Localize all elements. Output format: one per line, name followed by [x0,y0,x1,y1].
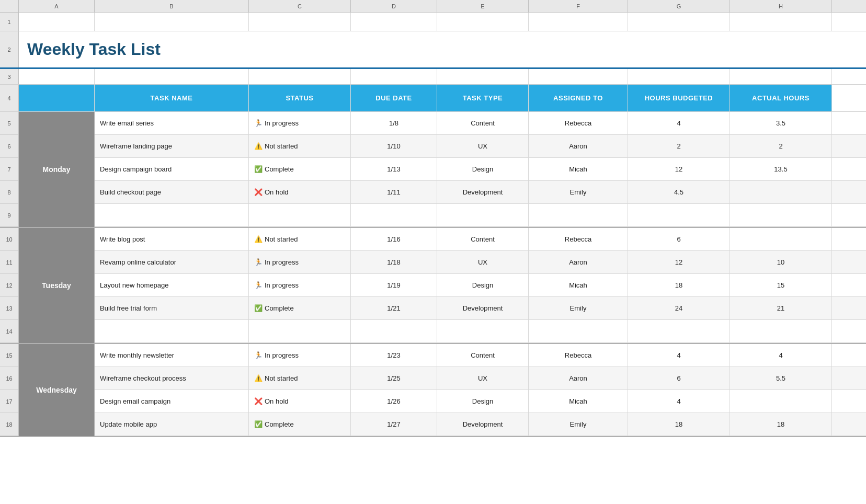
task-name-cell[interactable]: Write monthly newsletter [95,344,249,366]
due-date-cell[interactable]: 1/11 [351,181,437,203]
status-cell[interactable]: ⚠️Not started [249,228,351,250]
col-header-g[interactable]: G [628,0,730,12]
task-name-cell[interactable]: Update mobile app [95,413,249,436]
status-cell[interactable]: ❌On hold [249,181,351,203]
assigned-to-cell[interactable]: Micah [529,158,628,180]
cell-3c[interactable] [249,69,351,84]
hours-budgeted-cell[interactable]: 12 [628,158,730,180]
col-header-b[interactable]: B [95,0,249,12]
status-cell[interactable] [249,320,351,342]
task-type-cell[interactable]: Content [437,112,529,134]
actual-hours-cell[interactable]: 21 [730,297,832,319]
cell-1f[interactable] [529,13,628,31]
cell-3b[interactable] [95,69,249,84]
task-type-cell[interactable]: Design [437,158,529,180]
status-cell[interactable]: 🏃In progress [249,274,351,296]
assigned-to-cell[interactable]: Rebecca [529,344,628,366]
assigned-to-cell[interactable] [529,320,628,342]
status-cell[interactable]: 🏃In progress [249,251,351,273]
cell-3d[interactable] [351,69,437,84]
due-date-cell[interactable] [351,204,437,226]
task-name-cell[interactable] [95,320,249,342]
task-type-cell[interactable]: Content [437,344,529,366]
actual-hours-cell[interactable]: 5.5 [730,367,832,390]
actual-hours-cell[interactable]: 2 [730,135,832,157]
col-header-c[interactable]: C [249,0,351,12]
assigned-to-cell[interactable]: Emily [529,181,628,203]
task-type-cell[interactable]: Development [437,413,529,436]
actual-hours-cell[interactable]: 18 [730,413,832,436]
due-date-cell[interactable]: 1/18 [351,251,437,273]
due-date-cell[interactable]: 1/19 [351,274,437,296]
assigned-to-cell[interactable]: Micah [529,274,628,296]
actual-hours-cell[interactable] [730,228,832,250]
status-cell[interactable]: ✅Complete [249,297,351,319]
actual-hours-cell[interactable] [730,390,832,413]
actual-hours-cell[interactable]: 10 [730,251,832,273]
task-type-cell[interactable]: Content [437,228,529,250]
task-type-cell[interactable]: UX [437,251,529,273]
due-date-cell[interactable]: 1/26 [351,390,437,413]
col-header-e[interactable]: E [437,0,529,12]
col-header-a[interactable]: A [19,0,95,12]
task-type-cell[interactable] [437,320,529,342]
due-date-cell[interactable]: 1/27 [351,413,437,436]
actual-hours-cell[interactable] [730,320,832,342]
hours-budgeted-cell[interactable]: 4 [628,112,730,134]
task-name-cell[interactable]: Build checkout page [95,181,249,203]
hours-budgeted-cell[interactable]: 6 [628,367,730,390]
task-name-cell[interactable]: Wireframe landing page [95,135,249,157]
hours-budgeted-cell[interactable]: 18 [628,274,730,296]
actual-hours-cell[interactable]: 3.5 [730,112,832,134]
cell-3g[interactable] [628,69,730,84]
cell-1h[interactable] [730,13,832,31]
assigned-to-cell[interactable]: Emily [529,413,628,436]
col-header-f[interactable]: F [529,0,628,12]
due-date-cell[interactable]: 1/10 [351,135,437,157]
actual-hours-cell[interactable]: 4 [730,344,832,366]
cell-3a[interactable] [19,69,95,84]
status-cell[interactable]: ⚠️Not started [249,367,351,390]
assigned-to-cell[interactable]: Rebecca [529,112,628,134]
due-date-cell[interactable]: 1/21 [351,297,437,319]
due-date-cell[interactable]: 1/25 [351,367,437,390]
col-header-h[interactable]: H [730,0,832,12]
task-type-cell[interactable]: Development [437,181,529,203]
cell-1c[interactable] [249,13,351,31]
hours-budgeted-cell[interactable]: 18 [628,413,730,436]
assigned-to-cell[interactable]: Micah [529,390,628,413]
task-type-cell[interactable]: Design [437,390,529,413]
task-type-cell[interactable]: UX [437,135,529,157]
task-name-cell[interactable]: Revamp online calculator [95,251,249,273]
hours-budgeted-cell[interactable] [628,204,730,226]
task-name-cell[interactable]: Build free trial form [95,297,249,319]
task-type-cell[interactable]: UX [437,367,529,390]
assigned-to-cell[interactable] [529,204,628,226]
assigned-to-cell[interactable]: Rebecca [529,228,628,250]
status-cell[interactable]: ✅Complete [249,413,351,436]
cell-3h[interactable] [730,69,832,84]
actual-hours-cell[interactable] [730,181,832,203]
cell-3f[interactable] [529,69,628,84]
task-type-cell[interactable]: Development [437,297,529,319]
task-type-cell[interactable]: Design [437,274,529,296]
due-date-cell[interactable]: 1/23 [351,344,437,366]
hours-budgeted-cell[interactable]: 24 [628,297,730,319]
task-name-cell[interactable]: Design email campaign [95,390,249,413]
hours-budgeted-cell[interactable] [628,320,730,342]
cell-1e[interactable] [437,13,529,31]
cell-3e[interactable] [437,69,529,84]
actual-hours-cell[interactable]: 13.5 [730,158,832,180]
hours-budgeted-cell[interactable]: 12 [628,251,730,273]
status-cell[interactable]: 🏃In progress [249,112,351,134]
hours-budgeted-cell[interactable]: 4 [628,344,730,366]
task-name-cell[interactable]: Wireframe checkout process [95,367,249,390]
status-cell[interactable] [249,204,351,226]
task-name-cell[interactable]: Design campaign board [95,158,249,180]
hours-budgeted-cell[interactable]: 6 [628,228,730,250]
task-type-cell[interactable] [437,204,529,226]
assigned-to-cell[interactable]: Aaron [529,135,628,157]
task-name-cell[interactable]: Write blog post [95,228,249,250]
actual-hours-cell[interactable]: 15 [730,274,832,296]
cell-1g[interactable] [628,13,730,31]
